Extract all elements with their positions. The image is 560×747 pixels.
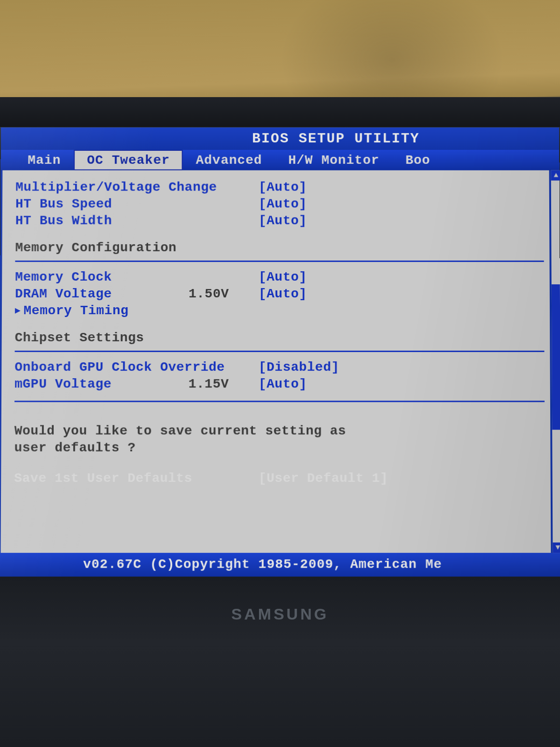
tab-boot[interactable]: Boo (392, 150, 443, 170)
value-mgpu-voltage: [Auto] (259, 377, 307, 391)
monitor-brand-logo: SAMSUNG (231, 605, 329, 623)
row-memory-clock[interactable]: Memory Clock [Auto] (15, 268, 544, 285)
divider (15, 261, 544, 262)
row-ht-speed[interactable]: HT Bus Speed [Auto] (15, 196, 544, 212)
label-multiplier-voltage: Multiplier/Voltage Change (15, 180, 217, 194)
label-mgpu-voltage: mGPU Voltage (14, 377, 112, 391)
tab-hw-monitor[interactable]: H/W Monitor (275, 150, 392, 170)
row-save-defaults[interactable]: Save 1st User Defaults [User Default 1] (14, 470, 545, 486)
save-prompt: Would you like to save current setting a… (14, 423, 545, 456)
tab-main[interactable]: Main (14, 150, 74, 170)
row-dram-voltage[interactable]: DRAM Voltage 1.50V [Auto] (15, 285, 544, 302)
label-ht-speed: HT Bus Speed (15, 197, 112, 211)
heading-chipset: Chipset Settings (15, 331, 144, 345)
label-save-defaults: Save 1st User Defaults (14, 471, 192, 485)
scroll-up-icon[interactable]: ▲ (551, 170, 560, 181)
value-ht-speed: [Auto] (259, 197, 307, 211)
scroll-down-icon[interactable]: ▼ (553, 543, 560, 553)
lcd-panel: BIOS SETUP UTILITY Main OC Tweaker Advan… (0, 127, 560, 576)
tab-advanced[interactable]: Advanced (183, 150, 275, 170)
label-ht-width: HT Bus Width (15, 213, 112, 228)
scrollbar[interactable]: ▲ ▼ (549, 170, 560, 553)
scroll-thumb[interactable] (552, 284, 560, 430)
save-prompt-line2: user defaults ? (14, 440, 545, 457)
label-dram-voltage: DRAM Voltage (15, 287, 112, 301)
monitor-bezel-top (0, 97, 560, 127)
value-dram-voltage: [Auto] (259, 287, 307, 301)
readout-mgpu-voltage: 1.15V (189, 377, 229, 391)
label-gpu-override: Onboard GPU Clock Override (14, 360, 224, 374)
row-memory-timing[interactable]: Memory Timing (15, 302, 544, 319)
value-ht-width: [Auto] (259, 213, 307, 228)
row-multiplier-voltage[interactable]: Multiplier/Voltage Change [Auto] (15, 179, 544, 196)
heading-memory: Memory Configuration (15, 240, 177, 255)
row-mgpu-voltage[interactable]: mGPU Voltage 1.15V [Auto] (14, 375, 545, 392)
section-memory-heading: Memory Configuration (15, 239, 544, 256)
value-memory-clock: [Auto] (259, 270, 307, 284)
divider (14, 401, 545, 402)
value-save-defaults: [User Default 1] (259, 471, 388, 485)
bios-body: Multiplier/Voltage Change [Auto] HT Bus … (0, 170, 560, 553)
tab-oc-tweaker[interactable]: OC Tweaker (74, 150, 183, 170)
bios-title: BIOS SETUP UTILITY (1, 127, 560, 150)
row-gpu-override[interactable]: Onboard GPU Clock Override [Disabled] (14, 359, 544, 375)
bios-menu-bar: Main OC Tweaker Advanced H/W Monitor Boo (0, 150, 559, 170)
label-memory-clock: Memory Clock (15, 270, 112, 284)
row-ht-width[interactable]: HT Bus Width [Auto] (15, 212, 544, 229)
divider (15, 351, 545, 352)
section-chipset-heading: Chipset Settings (15, 329, 545, 346)
bios-footer: v02.67C (C)Copyright 1985-2009, American… (0, 553, 560, 576)
photo-scene: SAMSUNG BIOS SETUP UTILITY Main OC Tweak… (0, 0, 560, 747)
monitor-bezel-bottom (0, 575, 560, 747)
value-gpu-override: [Disabled] (259, 360, 339, 374)
value-multiplier-voltage: [Auto] (259, 180, 307, 194)
readout-dram-voltage: 1.50V (189, 287, 229, 301)
save-prompt-line1: Would you like to save current setting a… (14, 423, 545, 439)
submenu-memory-timing: Memory Timing (15, 303, 129, 318)
